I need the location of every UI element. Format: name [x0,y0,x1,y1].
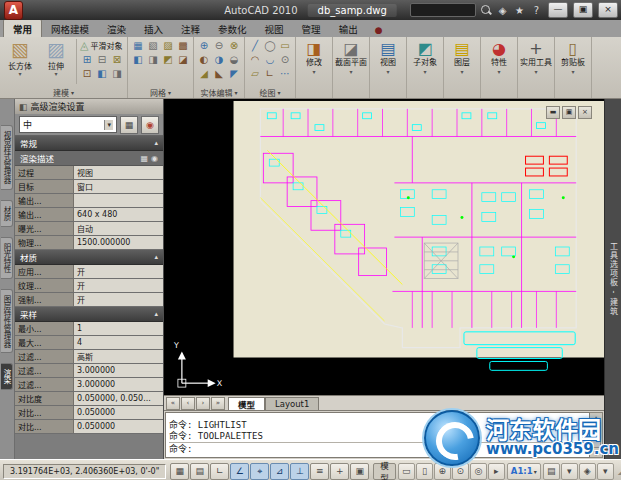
tool-icon[interactable]: ◡ [263,53,277,66]
ribbon-tab[interactable]: 常用 [3,19,42,37]
section-materials-header[interactable]: 材质 ▴ [15,250,163,265]
tool-icon[interactable]: ⊙ [278,53,292,66]
render-button[interactable]: ◉ [141,116,159,134]
box-button[interactable]: ▧ 长方体 ▾ [3,39,37,76]
ribbon-tab[interactable]: 插入 [135,20,172,37]
coordinates-display[interactable]: 3.191764E+03, 2.406360E+03, 0'-0" [3,464,166,479]
render-preset-select[interactable]: 中 ▾ [19,116,117,133]
tool-icon[interactable]: ⊡ [80,67,94,80]
property-value[interactable]: 3.000000 [73,364,163,377]
maximize-button[interactable]: ▣ [573,2,593,18]
property-value[interactable]: 640 x 480 [73,208,163,221]
doc-minimize-button[interactable]: ▬ [546,106,560,119]
tool-icon[interactable]: ▧ [146,39,160,52]
ribbon-tab[interactable]: 输出 [330,20,367,37]
tool-icon[interactable]: ▨ [161,39,175,52]
ribbon-panel-button[interactable]: ▤ 图层 ▾ [444,37,481,98]
ribbon-tab[interactable]: 注释 [172,20,209,37]
property-value[interactable] [73,194,163,207]
tool-icon[interactable]: ◧ [131,53,145,66]
property-row[interactable]: 目标 窗口 [15,180,163,194]
section-sampling-header[interactable]: 采样 ▴ [15,307,163,322]
tool-icon[interactable]: ⋯ [278,67,292,80]
ribbon-panel-button[interactable]: ▯ 剪贴板 ▾ [555,37,592,98]
communication-center-icon[interactable]: ◈ [496,5,509,16]
tool-icon[interactable]: ◩ [161,53,175,66]
layout-tab[interactable]: 模型 [228,397,265,410]
property-row[interactable]: 输出... 640 x 480 [15,208,163,222]
ribbon-panel-button[interactable]: ◨ 修改 ▾ [296,37,333,98]
tool-icon[interactable]: ▦ [131,39,145,52]
status-toggle[interactable]: ⊥ [290,463,309,480]
close-button[interactable]: × [598,2,618,18]
tool-icon[interactable]: ◧ [95,67,109,80]
ribbon-tab[interactable]: 参数化 [209,20,256,37]
floor-plan-svg[interactable]: Y X [164,99,604,395]
smooth-object-button[interactable]: ◬ 平滑对象 [80,39,124,52]
property-row[interactable]: 曝光... 自动 [15,222,163,236]
tool-icon[interactable]: ▱ [248,67,262,80]
property-row[interactable]: 过滤... 3.000000 [15,378,163,392]
tool-icon[interactable]: ╱ [248,39,262,52]
property-value[interactable]: 4 [73,336,163,349]
tool-icon[interactable]: ◯ [263,39,277,52]
tool-icon[interactable]: ◣ [212,67,226,80]
section-general-header[interactable]: 常规 ▴ [15,136,163,151]
doc-restore-button[interactable]: ▣ [562,106,576,119]
status-toggle[interactable]: ≡ [310,463,329,480]
property-row[interactable]: 过程 视图 [15,166,163,180]
status-toggle[interactable]: ▤ [190,463,209,480]
sphere-icon[interactable]: ● [375,25,383,35]
tool-icon[interactable]: ⊖ [212,39,226,52]
favorites-star-icon[interactable]: ★ [513,5,526,16]
tool-icon[interactable]: ⊕ [197,39,211,52]
property-value[interactable]: 自动 [73,222,163,235]
property-value[interactable]: 0.050000 [73,406,163,419]
drawing-viewport[interactable]: Y X ▬ ▣ × [164,99,604,395]
palette-tab[interactable]: 渲染 [1,363,13,390]
property-row[interactable]: 输出... [15,194,163,208]
property-row[interactable]: 物理... 1500.000000 [15,236,163,250]
property-row[interactable]: 对比... 0.050000 [15,406,163,420]
property-row[interactable]: 纹理... 开 [15,279,163,293]
next-layout-button[interactable]: › [196,397,210,410]
ribbon-panel-button[interactable]: ▤ 视图 ▾ [370,37,407,98]
panel-label-solid-editing[interactable]: 实体编辑 ▾ [194,86,244,98]
tool-icon[interactable]: ▩ [176,39,190,52]
minimize-button[interactable]: — [548,2,568,18]
property-value[interactable]: 0.050000 [73,420,163,433]
ribbon-panel-button[interactable]: ◪ 截面平面 ▾ [333,37,370,98]
property-row[interactable]: 应用... 开 [15,265,163,279]
tool-icon[interactable]: ◤ [227,67,241,80]
tool-icon[interactable]: ◨ [110,67,124,80]
palette-tab[interactable]: 图层特性管理器 [1,289,13,354]
palette-tab[interactable]: 视觉样式管理器 [1,125,13,190]
status-icon[interactable]: ▭ [398,463,415,480]
ribbon-tab[interactable]: 渲染 [98,20,135,37]
tool-icon[interactable]: ◐ [197,53,211,66]
save-preset-button[interactable]: ▦ [120,116,138,134]
tool-icon[interactable]: ⊞ [80,53,94,66]
property-row[interactable]: 对比度 0.050000, 0.050... [15,392,163,406]
status-toggle[interactable]: ∠ [230,463,249,480]
panel-label-modeling[interactable]: 建模 ▾ [0,86,127,98]
tool-icon[interactable]: ◠ [248,53,262,66]
palette-title-bar[interactable]: ◧ 高级渲染设置 [15,99,163,114]
property-row[interactable]: 最大... 4 [15,336,163,350]
status-toggle[interactable]: ▣ [350,463,369,480]
tool-icon[interactable]: ◨ [146,53,160,66]
property-row[interactable]: 过滤... 高斯 [15,350,163,364]
doc-close-button[interactable]: × [578,106,592,119]
extrude-button[interactable]: ▨ 拉伸 ▾ [39,39,73,76]
property-value[interactable]: 高斯 [73,350,163,363]
layout-tab[interactable]: Layout1 [265,397,319,410]
tool-icon[interactable]: ◢ [197,67,211,80]
property-value[interactable]: 开 [73,265,163,278]
tool-icon[interactable]: ▭ [278,39,292,52]
property-value[interactable]: 3.000000 [73,378,163,391]
tool-icon[interactable]: ⊟ [95,53,109,66]
tool-icon[interactable]: ⊠ [110,53,124,66]
property-row[interactable]: 过滤... 3.000000 [15,364,163,378]
render-description-header[interactable]: 渲染描述 ▦ ◉ [15,151,163,166]
tool-icon[interactable]: ∟ [263,67,277,80]
